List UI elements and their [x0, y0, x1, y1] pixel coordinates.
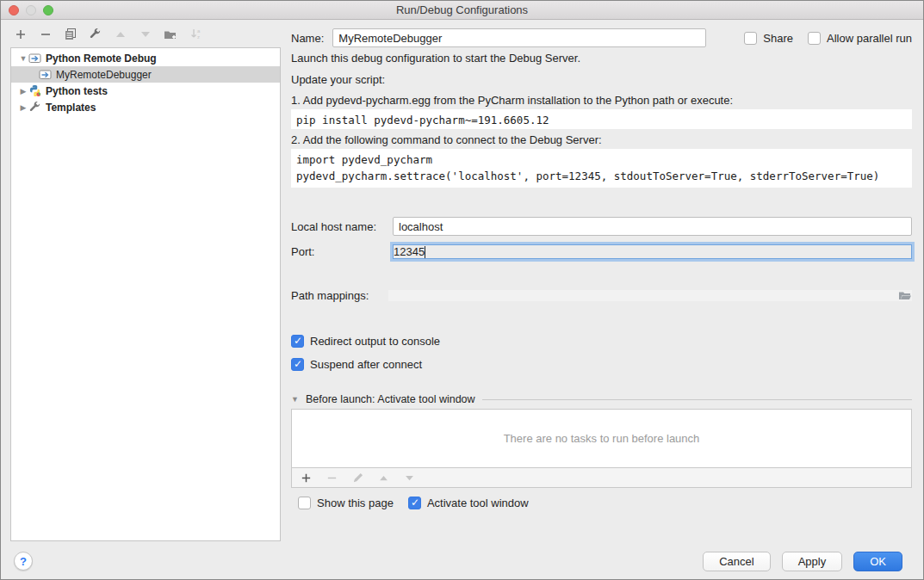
tree-item-label: Python Remote Debug: [46, 52, 157, 65]
before-launch-title: Before launch: Activate tool window: [306, 393, 475, 405]
text-cursor: [425, 246, 425, 258]
python-tests-icon: [28, 84, 42, 97]
edit-defaults-wrench-icon[interactable]: [88, 27, 102, 41]
chevron-right-icon[interactable]: ▶: [18, 103, 28, 112]
remove-icon[interactable]: [325, 471, 339, 485]
run-debug-configurations-dialog: Run/Debug Configurations: [0, 0, 924, 580]
svg-text:z: z: [197, 34, 200, 40]
tree-item-label: MyRemoteDebugger: [56, 69, 152, 81]
show-this-page-label: Show this page: [317, 497, 394, 509]
allow-parallel-run-checkbox[interactable]: [808, 32, 821, 45]
before-launch-header[interactable]: ▼ Before launch: Activate tool window: [291, 393, 912, 405]
suspend-after-connect-label: Suspend after connect: [310, 358, 422, 371]
port-input[interactable]: 12345: [393, 244, 912, 259]
redirect-output-label: Redirect output to console: [310, 335, 440, 348]
tree-item-templates[interactable]: ▶ Templates: [11, 99, 280, 115]
share-checkbox[interactable]: [744, 32, 757, 45]
new-folder-icon[interactable]: [163, 27, 177, 41]
copy-icon[interactable]: [63, 27, 78, 41]
dialog-buttons: Cancel Apply OK: [703, 552, 902, 571]
remote-debug-config-icon: [28, 52, 42, 65]
sort-alphabetically-icon[interactable]: a z: [188, 27, 202, 41]
remove-icon[interactable]: [38, 27, 53, 41]
settrace-code-line1: import pydevd_pycharm: [296, 153, 432, 166]
move-up-icon[interactable]: [376, 471, 391, 485]
path-mappings-label: Path mappings:: [291, 289, 369, 302]
port-label: Port:: [291, 245, 314, 258]
move-down-icon[interactable]: [402, 471, 417, 485]
tree-item-myremotedebugger[interactable]: MyRemoteDebugger: [11, 66, 280, 83]
apply-button[interactable]: Apply: [782, 552, 843, 571]
configuration-editor: Name: Share Allow parallel run Launch th…: [291, 1, 912, 580]
edit-pencil-icon[interactable]: [350, 471, 365, 485]
add-icon[interactable]: [13, 27, 28, 41]
name-input[interactable]: [332, 28, 706, 47]
move-up-icon[interactable]: [113, 27, 127, 41]
step1-text: 1. Add pydevd-pycharm.egg from the PyCha…: [291, 94, 733, 107]
svg-text:a: a: [197, 28, 201, 34]
templates-wrench-icon: [28, 101, 42, 114]
settrace-code-line2: pydevd_pycharm.settrace('localhost', por…: [296, 170, 879, 182]
help-button[interactable]: ?: [14, 552, 33, 571]
tree-item-label: Python tests: [46, 85, 108, 97]
activate-tool-window-label: Activate tool window: [427, 497, 529, 509]
before-launch-task-list: There are no tasks to run before launch: [291, 409, 912, 468]
local-host-name-input[interactable]: [393, 217, 912, 236]
add-icon[interactable]: [299, 471, 313, 485]
update-script-text: Update your script:: [291, 73, 385, 86]
local-host-name-label: Local host name:: [291, 220, 376, 233]
tree-item-python-tests[interactable]: ▶ Python tests: [11, 83, 280, 99]
suspend-after-connect-checkbox[interactable]: [291, 358, 304, 371]
share-label: Share: [763, 32, 793, 45]
step2-text: 2. Add the following command to connect …: [291, 133, 602, 146]
path-mappings-input[interactable]: [388, 290, 912, 301]
empty-tasks-text: There are no tasks to run before launch: [504, 432, 700, 445]
show-this-page-checkbox[interactable]: [298, 497, 311, 509]
redirect-output-checkbox[interactable]: [291, 335, 304, 348]
help-question-icon: ?: [20, 555, 27, 568]
before-launch-toolbar: [291, 468, 912, 488]
chevron-right-icon[interactable]: ▶: [18, 87, 28, 96]
intro-text: Launch this debug configuration to start…: [291, 52, 580, 65]
move-down-icon[interactable]: [138, 27, 152, 41]
configurations-toolbar: a z: [13, 27, 202, 41]
header-rule: [482, 399, 912, 400]
configurations-tree: ▼ Python Remote Debug MyRemoteDebugger ▶: [10, 47, 281, 541]
cancel-button[interactable]: Cancel: [703, 552, 770, 571]
tree-item-python-remote-debug[interactable]: ▼ Python Remote Debug: [11, 50, 280, 66]
allow-parallel-run-label: Allow parallel run: [827, 32, 912, 45]
tree-item-label: Templates: [46, 102, 96, 114]
name-label: Name:: [291, 32, 324, 45]
remote-debug-config-icon: [39, 68, 53, 81]
activate-tool-window-checkbox[interactable]: [408, 497, 421, 509]
settrace-code: import pydevd_pycharmpydevd_pycharm.sett…: [291, 149, 912, 188]
ok-button[interactable]: OK: [853, 552, 902, 571]
chevron-down-icon[interactable]: ▼: [18, 54, 28, 63]
pip-install-code: pip install pydevd-pycharm~=191.6605.12: [291, 109, 912, 129]
collapse-triangle-icon[interactable]: ▼: [291, 395, 299, 404]
browse-folder-icon[interactable]: [898, 290, 912, 301]
